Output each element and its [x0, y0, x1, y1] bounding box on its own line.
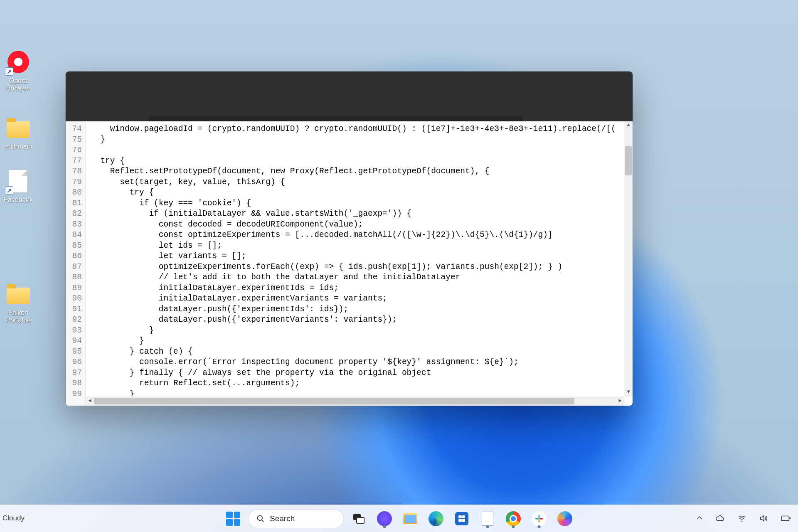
desktop: ↗Opera Browseredit-main↗FacebookFalkon P…	[0, 0, 798, 532]
system-tray	[693, 505, 794, 532]
taskbar-app-explorer[interactable]	[399, 508, 421, 530]
falkon-icon	[5, 281, 32, 308]
taskbar-app-chat[interactable]	[374, 508, 395, 530]
horizontal-scrollbar[interactable]: ◀ ▶	[86, 397, 624, 406]
facebook-icon: ↗	[5, 168, 32, 195]
taskbar: Cloudy Search	[0, 505, 798, 532]
desktop-icon-label: Facebook	[0, 196, 38, 204]
desktop-icon-label: Opera Browser	[0, 77, 38, 92]
task-view-button[interactable]	[348, 508, 369, 530]
tray-overflow-button[interactable]	[693, 512, 706, 525]
search-icon	[256, 515, 265, 523]
svg-point-0	[258, 515, 263, 520]
vertical-scrollbar[interactable]: ▲ ▼	[624, 121, 633, 397]
start-button[interactable]	[222, 508, 244, 530]
opera-icon: ↗	[5, 49, 32, 76]
tray-volume[interactable]	[756, 511, 771, 525]
tray-battery[interactable]	[778, 511, 794, 525]
taskbar-app-store[interactable]	[451, 508, 473, 530]
task-view-icon	[352, 512, 365, 525]
taskbar-app-copilot[interactable]	[554, 508, 576, 530]
chevron-up-icon	[696, 515, 703, 522]
svg-rect-6	[538, 519, 540, 522]
copilot-icon	[557, 511, 572, 526]
tray-wifi[interactable]	[735, 511, 749, 525]
taskbar-search[interactable]: Search	[248, 509, 344, 528]
svg-line-1	[262, 520, 264, 522]
ms-store-icon	[455, 512, 468, 525]
svg-point-8	[741, 521, 742, 522]
tab-strip[interactable]	[149, 116, 523, 121]
desktop-icon-edit-main[interactable]: edit-main	[0, 115, 38, 150]
taskbar-app-edge[interactable]	[425, 508, 447, 530]
desktop-icon-label: edit-main	[0, 143, 38, 150]
taskbar-center: Search	[222, 508, 576, 530]
vertical-scroll-thumb[interactable]	[625, 146, 632, 175]
windows-logo-icon	[226, 512, 240, 526]
svg-rect-3	[357, 517, 364, 523]
desktop-icon-opera[interactable]: ↗Opera Browser	[0, 49, 38, 92]
code-body[interactable]: window.pageloadId = (crypto.randomUUID) …	[86, 121, 633, 406]
scroll-left-arrow-icon[interactable]: ◀	[86, 397, 94, 406]
scroll-up-arrow-icon[interactable]: ▲	[624, 121, 633, 130]
desktop-icon-facebook[interactable]: ↗Facebook	[0, 168, 38, 204]
code-editor[interactable]: 74 75 76 77 78 79 80 81 82 83 84 85 86 8…	[66, 121, 633, 406]
horizontal-scroll-thumb[interactable]	[94, 398, 574, 404]
svg-rect-4	[538, 515, 540, 518]
taskbar-app-chrome[interactable]	[502, 508, 524, 530]
cloud-icon	[716, 514, 725, 523]
search-placeholder: Search	[270, 514, 295, 523]
notepad-icon	[482, 512, 493, 526]
desktop-icon-label: Falkon Portable	[0, 309, 38, 324]
taskbar-app-notepad[interactable]	[477, 508, 498, 530]
speaker-icon	[759, 514, 768, 523]
edge-icon	[429, 511, 443, 526]
scroll-down-arrow-icon[interactable]: ▼	[624, 388, 633, 397]
svg-rect-10	[789, 517, 791, 519]
taskbar-weather-widget[interactable]: Cloudy	[2, 505, 25, 532]
slack-icon	[532, 511, 547, 526]
battery-icon	[781, 514, 791, 523]
taskbar-app-slack[interactable]	[528, 508, 550, 530]
weather-label: Cloudy	[2, 514, 25, 522]
file-explorer-icon	[403, 513, 417, 524]
window-titlebar[interactable]	[66, 71, 633, 121]
svg-rect-7	[539, 518, 543, 520]
wifi-icon	[737, 514, 746, 523]
code-viewer-window[interactable]: 74 75 76 77 78 79 80 81 82 83 84 85 86 8…	[66, 71, 633, 406]
svg-rect-5	[535, 518, 539, 520]
scroll-right-arrow-icon[interactable]: ▶	[616, 397, 624, 406]
edit-main-icon	[5, 115, 32, 141]
svg-rect-9	[781, 516, 789, 521]
chat-icon	[377, 511, 392, 526]
desktop-icon-falkon[interactable]: Falkon Portable	[0, 281, 38, 324]
tray-onedrive[interactable]	[713, 511, 727, 525]
chrome-icon	[506, 511, 521, 526]
line-number-gutter: 74 75 76 77 78 79 80 81 82 83 84 85 86 8…	[66, 121, 86, 406]
